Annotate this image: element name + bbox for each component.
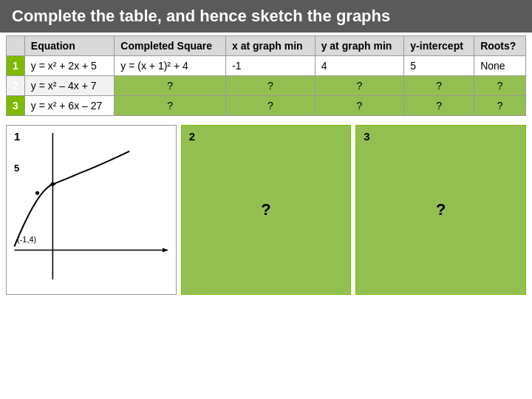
graph2-label: 2 bbox=[189, 130, 195, 143]
row2-x-min: ? bbox=[225, 76, 315, 96]
col-header-y-min: y at graph min bbox=[315, 36, 404, 56]
col-header-completed-square: Completed Square bbox=[115, 36, 226, 56]
graph-box-1: 1 5 (-1,4) bbox=[6, 125, 177, 295]
svg-marker-2 bbox=[163, 248, 168, 253]
row1-roots: None bbox=[474, 56, 526, 76]
graph-box-2: 2 ? bbox=[181, 125, 352, 295]
row3-y-min: ? bbox=[315, 96, 404, 116]
table-section: Equation Completed Square x at graph min… bbox=[0, 33, 532, 119]
table-row: 2 y = x² – 4x + 7 ? ? ? ? ? bbox=[7, 76, 526, 96]
row1-y-intercept: 5 bbox=[404, 56, 474, 76]
row1-equation: y = x² + 2x + 5 bbox=[24, 56, 115, 76]
row2-equation: y = x² – 4x + 7 bbox=[24, 76, 115, 96]
page-title: Complete the table, and hence sketch the… bbox=[0, 0, 532, 33]
row-num-3: 3 bbox=[7, 96, 25, 116]
table-row: 1 y = x² + 2x + 5 y = (x + 1)² + 4 -1 4 … bbox=[7, 56, 526, 76]
row1-completed-square: y = (x + 1)² + 4 bbox=[115, 56, 226, 76]
row2-y-intercept: ? bbox=[404, 76, 474, 96]
row3-completed-square: ? bbox=[115, 96, 226, 116]
row1-y-min: 4 bbox=[315, 56, 404, 76]
row-num-2: 2 bbox=[7, 76, 25, 96]
row1-x-min: -1 bbox=[225, 56, 315, 76]
main-table: Equation Completed Square x at graph min… bbox=[6, 35, 526, 116]
col-header-y-intercept: y-intercept bbox=[404, 36, 474, 56]
row2-roots: ? bbox=[474, 76, 526, 96]
graph3-label: 3 bbox=[364, 130, 369, 143]
svg-point-3 bbox=[35, 191, 39, 195]
graph-box-3: 3 ? bbox=[355, 125, 526, 295]
row2-completed-square: ? bbox=[115, 76, 226, 96]
row-num-1: 1 bbox=[7, 56, 25, 76]
col-header-equation: Equation bbox=[24, 36, 115, 56]
row2-y-min: ? bbox=[315, 76, 404, 96]
row3-equation: y = x² + 6x – 27 bbox=[24, 96, 115, 116]
graph2-question: ? bbox=[261, 200, 270, 219]
row3-roots: ? bbox=[474, 96, 526, 116]
col-header-x-min: x at graph min bbox=[225, 36, 315, 56]
row3-y-intercept: ? bbox=[404, 96, 474, 116]
graphs-section: 1 5 (-1,4) bbox=[0, 122, 532, 298]
graph1-svg bbox=[7, 126, 176, 294]
col-header-rownum bbox=[7, 36, 25, 56]
table-row: 3 y = x² + 6x – 27 ? ? ? ? ? bbox=[7, 96, 526, 116]
row3-x-min: ? bbox=[225, 96, 315, 116]
graph3-question: ? bbox=[436, 200, 446, 219]
graph1-inner: 1 5 (-1,4) bbox=[7, 126, 176, 294]
col-header-roots: Roots? bbox=[474, 36, 526, 56]
